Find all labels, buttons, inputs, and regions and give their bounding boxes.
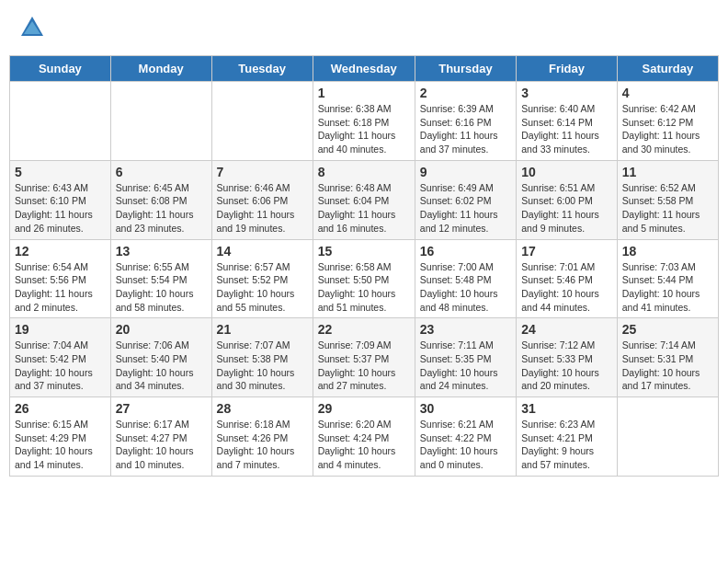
day-info: Sunrise: 6:46 AM Sunset: 6:06 PM Dayligh… — [217, 181, 308, 236]
calendar-cell — [617, 397, 718, 477]
day-info: Sunrise: 6:40 AM Sunset: 6:14 PM Dayligh… — [521, 102, 612, 156]
day-number: 5 — [15, 165, 106, 179]
day-of-week-header: Monday — [110, 56, 211, 82]
day-of-week-header: Saturday — [617, 56, 718, 82]
calendar-cell: 3Sunrise: 6:40 AM Sunset: 6:14 PM Daylig… — [517, 82, 618, 161]
day-info: Sunrise: 6:21 AM Sunset: 4:22 PM Dayligh… — [420, 418, 511, 472]
day-info: Sunrise: 6:17 AM Sunset: 4:27 PM Dayligh… — [116, 418, 207, 472]
calendar-week-row: 12Sunrise: 6:54 AM Sunset: 5:56 PM Dayli… — [10, 239, 719, 318]
calendar-cell: 1Sunrise: 6:38 AM Sunset: 6:18 PM Daylig… — [313, 82, 415, 161]
day-info: Sunrise: 6:39 AM Sunset: 6:16 PM Dayligh… — [420, 102, 511, 156]
calendar-cell: 16Sunrise: 7:00 AM Sunset: 5:48 PM Dayli… — [415, 239, 516, 318]
day-info: Sunrise: 6:52 AM Sunset: 5:58 PM Dayligh… — [622, 181, 713, 236]
day-number: 19 — [15, 322, 106, 337]
day-number: 1 — [318, 86, 410, 100]
calendar-table: SundayMondayTuesdayWednesdayThursdayFrid… — [9, 55, 719, 477]
calendar-cell: 29Sunrise: 6:20 AM Sunset: 4:24 PM Dayli… — [313, 397, 415, 477]
day-of-week-header: Wednesday — [313, 56, 415, 82]
day-of-week-header: Sunday — [10, 56, 111, 82]
day-of-week-header: Tuesday — [211, 56, 313, 82]
day-number: 24 — [521, 322, 612, 337]
calendar-cell: 20Sunrise: 7:06 AM Sunset: 5:40 PM Dayli… — [110, 318, 211, 397]
calendar-cell: 23Sunrise: 7:11 AM Sunset: 5:35 PM Dayli… — [415, 318, 516, 397]
day-number: 22 — [318, 322, 410, 337]
day-info: Sunrise: 6:48 AM Sunset: 6:04 PM Dayligh… — [318, 181, 410, 236]
day-number: 6 — [116, 165, 207, 179]
calendar-cell: 6Sunrise: 6:45 AM Sunset: 6:08 PM Daylig… — [110, 160, 211, 239]
day-info: Sunrise: 6:43 AM Sunset: 6:10 PM Dayligh… — [15, 181, 106, 236]
day-info: Sunrise: 6:58 AM Sunset: 5:50 PM Dayligh… — [318, 260, 410, 315]
calendar-cell: 17Sunrise: 7:01 AM Sunset: 5:46 PM Dayli… — [517, 239, 618, 318]
day-info: Sunrise: 6:18 AM Sunset: 4:26 PM Dayligh… — [217, 418, 308, 472]
calendar-cell: 2Sunrise: 6:39 AM Sunset: 6:16 PM Daylig… — [415, 82, 516, 161]
calendar-cell: 12Sunrise: 6:54 AM Sunset: 5:56 PM Dayli… — [10, 239, 111, 318]
calendar-cell: 21Sunrise: 7:07 AM Sunset: 5:38 PM Dayli… — [211, 318, 313, 397]
day-info: Sunrise: 6:54 AM Sunset: 5:56 PM Dayligh… — [15, 260, 106, 315]
day-of-week-header: Thursday — [415, 56, 516, 82]
day-info: Sunrise: 7:12 AM Sunset: 5:33 PM Dayligh… — [521, 339, 612, 393]
day-number: 13 — [116, 244, 207, 259]
calendar-cell: 7Sunrise: 6:46 AM Sunset: 6:06 PM Daylig… — [211, 160, 313, 239]
calendar-cell: 14Sunrise: 6:57 AM Sunset: 5:52 PM Dayli… — [211, 239, 313, 318]
calendar-week-row: 26Sunrise: 6:15 AM Sunset: 4:29 PM Dayli… — [10, 397, 719, 477]
calendar-header-row: SundayMondayTuesdayWednesdayThursdayFrid… — [10, 56, 719, 82]
calendar-cell: 9Sunrise: 6:49 AM Sunset: 6:02 PM Daylig… — [415, 160, 516, 239]
day-number: 3 — [521, 86, 612, 100]
day-of-week-header: Friday — [517, 56, 618, 82]
day-number: 15 — [318, 244, 410, 259]
day-number: 17 — [521, 244, 612, 259]
day-info: Sunrise: 6:45 AM Sunset: 6:08 PM Dayligh… — [116, 181, 207, 236]
day-number: 23 — [420, 322, 511, 337]
day-info: Sunrise: 7:04 AM Sunset: 5:42 PM Dayligh… — [15, 339, 106, 393]
calendar-cell: 11Sunrise: 6:52 AM Sunset: 5:58 PM Dayli… — [617, 160, 718, 239]
day-info: Sunrise: 7:03 AM Sunset: 5:44 PM Dayligh… — [622, 260, 713, 315]
day-number: 31 — [521, 401, 612, 416]
calendar-cell: 4Sunrise: 6:42 AM Sunset: 6:12 PM Daylig… — [617, 82, 718, 161]
day-info: Sunrise: 6:15 AM Sunset: 4:29 PM Dayligh… — [15, 418, 106, 472]
calendar-week-row: 5Sunrise: 6:43 AM Sunset: 6:10 PM Daylig… — [10, 160, 719, 239]
day-number: 27 — [116, 401, 207, 416]
calendar-cell — [110, 82, 211, 161]
day-info: Sunrise: 6:23 AM Sunset: 4:21 PM Dayligh… — [521, 418, 612, 472]
day-number: 29 — [318, 401, 410, 416]
calendar-cell: 8Sunrise: 6:48 AM Sunset: 6:04 PM Daylig… — [313, 160, 415, 239]
calendar-cell: 13Sunrise: 6:55 AM Sunset: 5:54 PM Dayli… — [110, 239, 211, 318]
logo-icon — [18, 14, 46, 41]
day-number: 8 — [318, 165, 410, 179]
day-info: Sunrise: 7:01 AM Sunset: 5:46 PM Dayligh… — [521, 260, 612, 315]
calendar-cell: 19Sunrise: 7:04 AM Sunset: 5:42 PM Dayli… — [10, 318, 111, 397]
day-number: 7 — [217, 165, 308, 179]
calendar-cell: 18Sunrise: 7:03 AM Sunset: 5:44 PM Dayli… — [617, 239, 718, 318]
day-number: 30 — [420, 401, 511, 416]
logo — [18, 14, 48, 41]
day-number: 18 — [622, 244, 713, 259]
calendar-cell: 15Sunrise: 6:58 AM Sunset: 5:50 PM Dayli… — [313, 239, 415, 318]
calendar-cell: 10Sunrise: 6:51 AM Sunset: 6:00 PM Dayli… — [517, 160, 618, 239]
day-number: 14 — [217, 244, 308, 259]
day-info: Sunrise: 7:11 AM Sunset: 5:35 PM Dayligh… — [420, 339, 511, 393]
day-number: 12 — [15, 244, 106, 259]
calendar-cell: 28Sunrise: 6:18 AM Sunset: 4:26 PM Dayli… — [211, 397, 313, 477]
day-number: 10 — [521, 165, 612, 179]
day-info: Sunrise: 7:07 AM Sunset: 5:38 PM Dayligh… — [217, 339, 308, 393]
day-number: 9 — [420, 165, 511, 179]
day-info: Sunrise: 6:42 AM Sunset: 6:12 PM Dayligh… — [622, 102, 713, 156]
calendar-week-row: 19Sunrise: 7:04 AM Sunset: 5:42 PM Dayli… — [10, 318, 719, 397]
day-info: Sunrise: 7:14 AM Sunset: 5:31 PM Dayligh… — [622, 339, 713, 393]
day-number: 21 — [217, 322, 308, 337]
day-info: Sunrise: 6:51 AM Sunset: 6:00 PM Dayligh… — [521, 181, 612, 236]
day-info: Sunrise: 7:00 AM Sunset: 5:48 PM Dayligh… — [420, 260, 511, 315]
day-info: Sunrise: 6:38 AM Sunset: 6:18 PM Dayligh… — [318, 102, 410, 156]
calendar-cell: 30Sunrise: 6:21 AM Sunset: 4:22 PM Dayli… — [415, 397, 516, 477]
calendar-cell: 24Sunrise: 7:12 AM Sunset: 5:33 PM Dayli… — [517, 318, 618, 397]
day-number: 28 — [217, 401, 308, 416]
day-info: Sunrise: 7:06 AM Sunset: 5:40 PM Dayligh… — [116, 339, 207, 393]
calendar-cell: 31Sunrise: 6:23 AM Sunset: 4:21 PM Dayli… — [517, 397, 618, 477]
day-number: 26 — [15, 401, 106, 416]
calendar-cell — [211, 82, 313, 161]
day-number: 25 — [622, 322, 713, 337]
day-number: 2 — [420, 86, 511, 100]
calendar-cell: 26Sunrise: 6:15 AM Sunset: 4:29 PM Dayli… — [10, 397, 111, 477]
page-header — [9, 9, 719, 46]
calendar-cell — [10, 82, 111, 161]
